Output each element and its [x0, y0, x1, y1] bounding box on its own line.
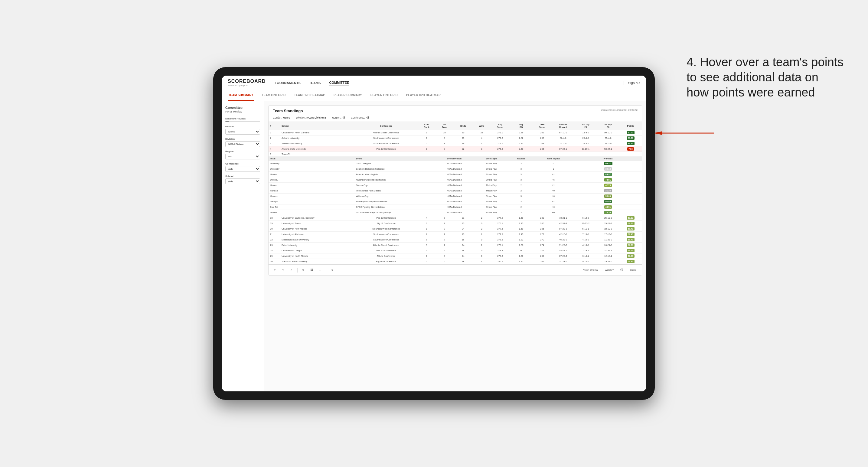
table-row: 5 Texas T...: [269, 152, 642, 157]
subnav-player-summary[interactable]: PLAYER SUMMARY: [333, 90, 363, 101]
report-header: Team Standings Update time: 13/03/2024 1…: [269, 105, 642, 115]
conference-select[interactable]: (All): [225, 166, 260, 172]
filter-division: Division: NCAA Division I: [296, 116, 326, 119]
col-points: Points: [619, 122, 642, 130]
watch-button[interactable]: Watch ▾: [604, 268, 615, 272]
popup-data-row: Florida I The Cypress Point Classic NCAA…: [269, 188, 642, 194]
table-row: 22 Mississippi State University Southeas…: [269, 237, 642, 243]
expand-button[interactable]: ⤢: [289, 268, 294, 272]
subnav-player-h2h-grid[interactable]: PLAYER H2H GRID: [370, 90, 398, 101]
share-button[interactable]: Share: [629, 268, 638, 272]
logo-area: SCOREBOARD Powered by clippd: [228, 79, 266, 87]
toolbar-right: View: Original Watch ▾ 💬 Share: [582, 268, 638, 272]
bottom-toolbar: ↩ ↪ ⤢ ⧉ 🖼 ••• ⏱ View: Original Watch ▾ 💬: [269, 264, 642, 275]
table-row: 26 The Ohio State University Big Ten Con…: [269, 259, 642, 264]
min-rounds-slider[interactable]: [225, 121, 260, 122]
standings-table: # School Conference ConfRank NoTour Bnds…: [269, 122, 642, 264]
col-vs-top50: Vs Top50: [597, 122, 619, 130]
copy-button[interactable]: ⧉: [301, 268, 306, 272]
table-row: 23 Duke University Atlantic Coast Confer…: [269, 243, 642, 248]
col-wins: Wins: [473, 122, 491, 130]
annotation-text: 4. Hover over a team's points to see add…: [686, 55, 844, 100]
popup-data-row: Univers. National Invitational Tournamen…: [269, 177, 642, 183]
logo-sub: Powered by clippd: [228, 84, 266, 87]
popup-data-row: Univers. Amer An Intercollegiate NCAA Di…: [269, 172, 642, 177]
popup-data-row: Univers. Copper Cup NCAA Division I Matc…: [269, 183, 642, 188]
popup-data-row: Georgia Ben Hogan Collegiate Invitationa…: [269, 199, 642, 205]
top-nav: SCOREBOARD Powered by clippd TOURNAMENTS…: [222, 75, 646, 90]
nav-tournaments[interactable]: TOURNAMENTS: [275, 80, 301, 86]
update-time: Update time: 13/03/2024 10:03:42: [601, 108, 638, 111]
table-row: 1 University of North Carolina Atlantic …: [269, 130, 642, 135]
popup-data-row: Univers. Williams Cup NCAA Division I St…: [269, 194, 642, 199]
timer-button[interactable]: ⏱: [330, 268, 335, 272]
content-panel: Team Standings Update time: 13/03/2024 1…: [264, 101, 646, 392]
svg-marker-1: [653, 131, 662, 135]
table-row: 25 University of North Florida ASUN Conf…: [269, 253, 642, 259]
table-row: 21 University of Alabama Southeastern Co…: [269, 232, 642, 237]
popup-data-row: University Cabo Collegiate NCAA Division…: [269, 161, 642, 166]
table-row: 19 University of Texas Big 12 Conference…: [269, 221, 642, 226]
division-select[interactable]: NCAA Division I: [225, 141, 260, 147]
nav-committee[interactable]: COMMITTEE: [329, 80, 349, 86]
red-arrow: [653, 130, 714, 136]
col-conf-rank: ConfRank: [418, 122, 435, 130]
sub-nav: TEAM SUMMARY TEAM H2H GRID TEAM H2H HEAT…: [222, 90, 646, 101]
col-avg-sg: Avg.SG: [510, 122, 533, 130]
filter-conference: Conference: All: [351, 116, 369, 119]
sidebar-label-minrounds: Minimum Rounds: [225, 117, 260, 120]
main-nav: TOURNAMENTS TEAMS COMMITTEE: [275, 80, 624, 86]
redo-button[interactable]: ↪: [281, 268, 285, 272]
sidebar-label-division: Division: [225, 137, 260, 141]
table-row: 2 Auburn University Southeastern Confere…: [269, 135, 642, 141]
table-wrapper: # School Conference ConfRank NoTour Bnds…: [269, 122, 642, 264]
popup-data-row: University Southern Highlands Collegiate…: [269, 166, 642, 172]
more-button[interactable]: •••: [317, 268, 322, 272]
undo-button[interactable]: ↩: [273, 268, 277, 272]
col-school: School: [280, 122, 354, 130]
comment-button[interactable]: 💬: [619, 268, 624, 272]
tablet-screen: SCOREBOARD Powered by clippd TOURNAMENTS…: [222, 75, 646, 392]
sidebar-label-conference: Conference: [225, 162, 260, 165]
tablet-frame: SCOREBOARD Powered by clippd TOURNAMENTS…: [213, 67, 655, 400]
popup-data-row: East Tei OFCC Fighting Illini Invitation…: [269, 205, 642, 210]
gender-select[interactable]: Men's: [225, 129, 260, 134]
col-no-tour: NoTour: [435, 122, 453, 130]
logo-text: SCOREBOARD: [228, 79, 266, 84]
nav-teams[interactable]: TEAMS: [309, 80, 321, 86]
popup-header-row: Team Event Event Division Event Type Rou…: [269, 157, 642, 161]
subnav-team-h2h-grid[interactable]: TEAM H2H GRID: [261, 90, 286, 101]
subnav-team-h2h-heatmap[interactable]: TEAM H2H HEATMAP: [293, 90, 326, 101]
filter-gender: Gender: Men's: [273, 116, 290, 119]
sidebar: Committee Portal Review Minimum Rounds G…: [222, 101, 264, 392]
sidebar-label-region: Region: [225, 150, 260, 153]
region-select[interactable]: N/A: [225, 154, 260, 159]
sidebar-label-gender: Gender: [225, 125, 260, 128]
filter-region: Region: All: [332, 116, 345, 119]
sidebar-subtitle: Portal Review: [225, 110, 260, 113]
view-original-button[interactable]: View: Original: [582, 268, 599, 272]
table-row: 18 University of California, Berkeley Pa…: [269, 215, 642, 221]
sign-out-button[interactable]: Sign out: [624, 81, 640, 85]
filter-row: Gender: Men's Division: NCAA Division I …: [269, 115, 642, 122]
school-select[interactable]: (All): [225, 179, 260, 184]
col-overall-record: OverallRecord: [552, 122, 574, 130]
main-content: Committee Portal Review Minimum Rounds G…: [222, 101, 646, 392]
col-rank: #: [269, 122, 280, 130]
col-adj-score: Adj.Score: [491, 122, 510, 130]
subnav-player-h2h-heatmap[interactable]: PLAYER H2H HEATMAP: [406, 90, 441, 101]
table-row: 24 University of Oregon Pac-12 Conferenc…: [269, 248, 642, 253]
sidebar-title: Committee: [225, 106, 260, 110]
subnav-team-summary[interactable]: TEAM SUMMARY: [228, 90, 254, 101]
col-low-score: LowScore: [533, 122, 552, 130]
sidebar-label-school: School: [225, 175, 260, 178]
toolbar-divider-1: [297, 268, 298, 273]
table-row: 3 Vanderbilt University Southeastern Con…: [269, 141, 642, 146]
table-row: 4 Arizona State University Pac-12 Confer…: [269, 146, 642, 152]
popup-data-row: Univers. 2023 Sahalee Players Championsh…: [269, 210, 642, 215]
col-bnds: Bnds: [453, 122, 473, 130]
image-button[interactable]: 🖼: [309, 268, 314, 272]
report-title: Team Standings: [273, 108, 303, 113]
report-container: Team Standings Update time: 13/03/2024 1…: [268, 105, 642, 276]
col-conference: Conference: [354, 122, 418, 130]
